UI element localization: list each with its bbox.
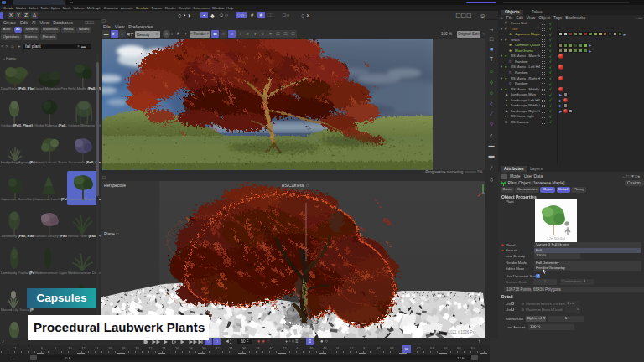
svg-text:3.2m [10ft 6in]: 3.2m [10ft 6in] <box>547 237 565 240</box>
